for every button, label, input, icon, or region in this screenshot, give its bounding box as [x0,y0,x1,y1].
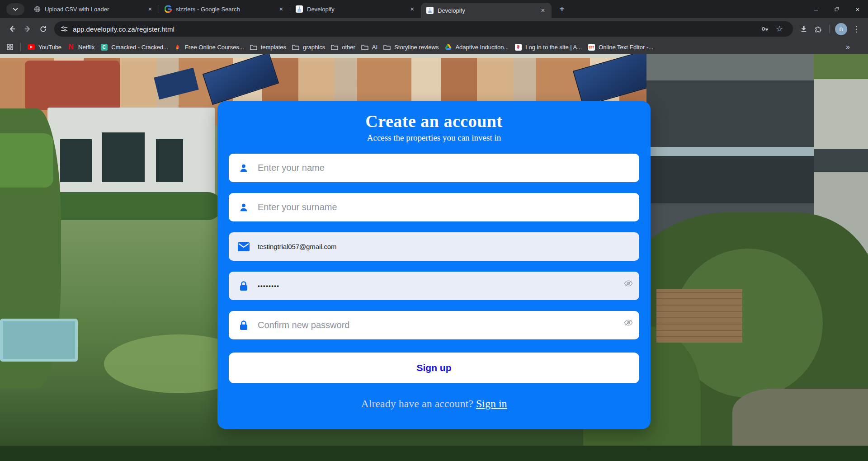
background-left-hedge [0,133,53,188]
tab-developify-active[interactable]: Developify × [421,3,552,18]
bookmark-folder-graphics[interactable]: graphics [292,43,325,51]
background-wood-deck [656,289,742,343]
tab-google-search[interactable]: sizzlers - Google Search × [159,0,290,18]
background-pool [0,319,78,362]
password-field-wrapper [229,272,639,300]
google-icon [165,5,172,13]
bookmark-folder-ai[interactable]: AI [361,43,377,51]
profile-avatar[interactable]: n [835,23,847,35]
folder-icon [383,43,391,51]
sign-up-button[interactable]: Sign up [229,353,639,383]
bookmark-folder-storyline[interactable]: Storyline reviews [383,43,439,51]
bookmark-folder-other[interactable]: other [331,43,355,51]
signin-prompt: Already have an account? [361,398,473,409]
eye-slash-icon[interactable] [623,278,633,288]
download-icon[interactable] [797,22,811,36]
folder-icon [292,43,299,51]
tab-title: Developify [438,7,535,14]
netflix-icon: N [67,43,75,51]
bookmarks-overflow-chevron[interactable]: » [846,43,850,51]
eye-slash-icon[interactable] [623,318,633,328]
close-icon[interactable]: × [539,6,547,14]
browser-menu-icon[interactable]: ⋮ [849,22,863,36]
close-icon[interactable]: × [146,5,154,13]
email-input[interactable] [229,232,639,261]
developify-favicon [296,5,303,13]
page-subtitle: Access the properties you can invest in [217,133,651,143]
developify-favicon [426,7,434,14]
browser-window: Upload CSV with Loader × sizzlers - Goog… [0,0,868,461]
youtube-icon [28,44,35,50]
bookmark-free-courses[interactable]: Free Online Courses... [174,43,244,51]
bookmark-online-text-editor[interactable]: SST Online Text Editor -... [588,43,653,51]
name-field-wrapper [229,154,639,182]
tab-strip: Upload CSV with Loader × sizzlers - Goog… [0,0,868,18]
forward-button[interactable] [20,21,35,37]
confirm-password-input[interactable] [229,311,639,339]
bookmarks-bar: YouTube N Netflix C Cmacked - Cracked...… [0,40,868,54]
background-bottom-strip [0,446,868,461]
site-settings-icon[interactable] [61,25,68,33]
sign-in-link[interactable]: Sign in [476,398,507,409]
bookmark-youtube[interactable]: YouTube [28,43,61,51]
email-field-wrapper [229,232,639,261]
url-text[interactable]: app.developify.co.za/register.html [73,25,175,33]
password-input[interactable] [229,272,639,300]
confirm-password-field-wrapper [229,311,639,339]
password-key-icon[interactable] [758,22,772,36]
window-controls: – × [806,0,868,18]
tab-developify-1[interactable]: Developify × [290,0,421,18]
reload-button[interactable] [35,21,51,37]
cmacked-icon: C [101,44,108,51]
minimize-button[interactable]: – [806,0,826,18]
bookmarks-separator [20,42,21,52]
surname-field-wrapper [229,193,639,221]
apps-grid-icon[interactable] [6,43,14,51]
back-button[interactable] [5,21,20,37]
surname-input[interactable] [229,193,639,221]
folder-icon [331,43,338,51]
extensions-puzzle-icon[interactable] [811,22,826,36]
globe-icon [33,5,41,13]
toolbar-separator [829,24,830,33]
sst-icon: SST [588,44,595,51]
register-form [217,154,651,339]
chevron-down-icon [13,8,18,11]
close-window-button[interactable]: × [847,0,868,18]
background-red-roof [25,61,120,110]
bookmark-cmacked[interactable]: C Cmacked - Cracked... [100,43,168,51]
tab-title: Upload CSV with Loader [45,6,142,13]
close-icon[interactable]: × [408,5,416,13]
new-tab-button[interactable]: + [556,3,568,15]
bookmark-folder-templates[interactable]: templates [250,43,286,51]
background-white-villa [47,108,215,205]
name-input[interactable] [229,154,639,182]
page-title: Create an account [217,111,651,131]
restore-button[interactable] [826,0,847,18]
tab-upload-csv[interactable]: Upload CSV with Loader × [28,0,159,18]
browser-toolbar: app.developify.co.za/register.html ☆ n ⋮ [0,18,868,40]
close-icon[interactable]: × [277,5,285,13]
flame-icon [174,43,181,51]
address-bar[interactable]: app.developify.co.za/register.html ☆ [54,21,793,37]
register-card: Create an account Access the properties … [217,101,651,429]
lightbulb-site-icon [515,44,522,51]
google-drive-icon [444,43,452,51]
folder-icon [361,43,368,51]
tab-search-button[interactable] [6,3,24,15]
bookmark-star-icon[interactable]: ☆ [772,22,787,36]
bookmark-netflix[interactable]: N Netflix [67,43,94,51]
bookmark-login-site[interactable]: Log in to the site | A... [514,43,582,51]
signin-row: Already have an account? Sign in [217,398,651,410]
page-viewport: Create an account Access the properties … [0,54,868,461]
tab-title: Developify [307,6,404,13]
background-hedge [45,192,222,220]
tab-title: sizzlers - Google Search [176,6,273,13]
bookmark-adaptive-induction[interactable]: Adaptive Induction... [444,43,509,51]
folder-icon [250,43,257,51]
